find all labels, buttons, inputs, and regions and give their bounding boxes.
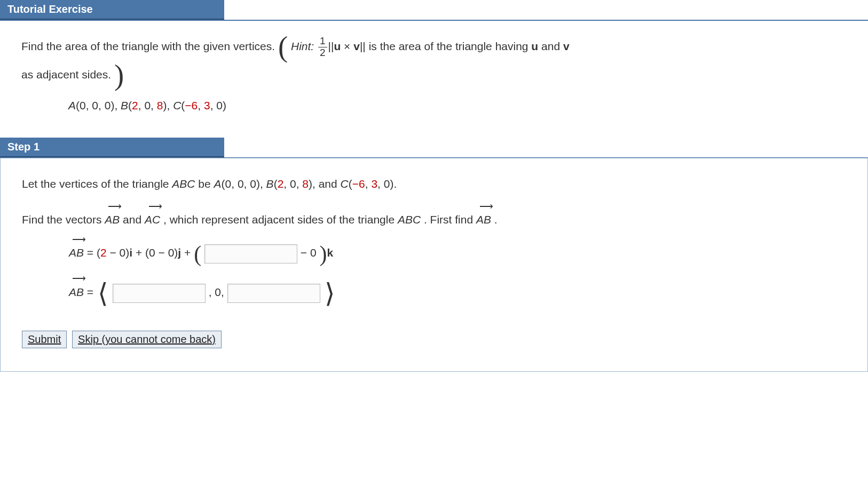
vertex-c-close: , 0) <box>210 99 226 111</box>
step1-header-label: Step 1 <box>7 141 40 153</box>
prompt-line2: as adjacent sides. ) <box>21 64 847 85</box>
norm-open: || <box>328 40 334 52</box>
s1l2-mid: , which represent adjacent sides of the … <box>163 213 398 226</box>
eq1-i-rest: − 0) <box>107 246 130 259</box>
vertex-b-mid: , 0, <box>138 99 157 111</box>
problem-block: Find the area of the triangle with the g… <box>0 21 868 138</box>
equation-1: ⟶AB = (2 − 0)i + (0 − 0)j + ( − 0 )k <box>22 242 846 263</box>
step1-line2: Find the vectors ⟶AB and ⟶AC , which rep… <box>22 209 846 230</box>
unit-k: k <box>327 246 333 259</box>
eq2-mid: , 0, <box>209 286 227 298</box>
s1-c-y: 3 <box>371 178 377 190</box>
s1-c-mid: , <box>365 178 372 190</box>
hint-post: is the area of the triangle having <box>369 40 532 52</box>
s1l2-post: . First find <box>424 213 476 226</box>
s1-b-mid: , 0, <box>283 178 302 190</box>
vec-ac-text: AC <box>145 213 160 226</box>
eq2-lhs: ⟶AB <box>69 282 84 303</box>
s1-b-label: B <box>266 178 274 190</box>
cross-symbol: × <box>341 40 353 52</box>
step1-box: Let the vertices of the triangle ABC be … <box>0 158 868 372</box>
eq1-k-tail: − 0 <box>301 246 317 259</box>
vertex-c-label: C <box>173 99 181 111</box>
arrow-icon: ⟶ <box>476 204 493 209</box>
vector-v: v <box>353 40 360 52</box>
s1-b-open: ( <box>274 178 278 190</box>
vec-ac: ⟶AC <box>145 209 160 230</box>
hint-label: Hint: <box>291 40 314 52</box>
skip-label: Skip (you cannot come back) <box>78 333 216 345</box>
skip-button[interactable]: Skip (you cannot come back) <box>72 331 222 348</box>
arrow-icon: ⟶ <box>69 237 85 242</box>
eq1-i-open: ( <box>97 246 100 259</box>
unit-j: j <box>178 246 181 259</box>
arrow-icon: ⟶ <box>69 276 85 281</box>
submit-label: Submit <box>28 333 61 345</box>
button-row: Submit Skip (you cannot come back) <box>22 329 846 350</box>
step1-content: Let the vertices of the triangle ABC be … <box>1 158 867 371</box>
s1-b-close: ), and <box>309 178 341 190</box>
eq1-eq: = <box>87 246 97 259</box>
vertex-a-label: A <box>68 99 76 111</box>
s1-c-label: C <box>341 178 349 190</box>
s1l2-and: and <box>123 213 145 226</box>
vertex-c-x: −6 <box>185 99 198 111</box>
answer-input-z-component[interactable] <box>227 284 320 303</box>
step1-header: Step 1 <box>0 138 224 157</box>
vertex-c-y: 3 <box>204 99 210 111</box>
vertices-line: A(0, 0, 0), B(2, 0, 8), C(−6, 3, 0) <box>21 95 847 116</box>
s1-c-open: ( <box>349 178 352 190</box>
arrow-icon: ⟶ <box>145 204 162 209</box>
s1-c-close: , 0). <box>377 178 397 190</box>
as-adjacent: as adjacent sides. <box>21 68 111 81</box>
eq1-i-x: 2 <box>100 246 107 259</box>
vertex-b-close: ), <box>163 99 173 111</box>
vertex-a-coords: (0, 0, 0), <box>76 99 121 111</box>
eq2-eq: = <box>87 286 97 298</box>
vector-u: u <box>334 40 341 52</box>
s1-pre: Let the vertices of the triangle <box>22 178 172 190</box>
eq1-lhs-text: AB <box>69 246 84 259</box>
s1-abc: ABC <box>172 178 195 190</box>
s1l2-pre: Find the vectors <box>22 213 105 226</box>
s1-a-coords: (0, 0, 0), <box>222 178 266 190</box>
vec-ab2: ⟶AB <box>476 209 491 230</box>
s1l2-abc: ABC <box>398 213 421 226</box>
submit-button[interactable]: Submit <box>22 331 67 348</box>
problem-prompt: Find the area of the triangle with the g… <box>21 36 847 59</box>
vec-ab-text: AB <box>105 213 120 226</box>
s1-a-full: A <box>214 178 222 190</box>
tutorial-header-row: Tutorial Exercise <box>0 0 868 21</box>
vertex-b-open: ( <box>128 99 132 111</box>
prompt-pre: Find the area of the triangle with the g… <box>21 40 278 52</box>
s1-b-x: 2 <box>278 178 284 190</box>
and-text: and <box>541 40 563 52</box>
s1l2-period: . <box>494 213 498 226</box>
tutorial-header: Tutorial Exercise <box>0 0 224 20</box>
frac-num: 1 <box>318 36 327 47</box>
vec-ab2-text: AB <box>476 213 491 226</box>
equation-2: ⟶AB = ⟨ , 0, ⟩ <box>22 282 846 303</box>
fraction-half: 1 2 <box>318 36 327 59</box>
vertex-b-x: 2 <box>132 99 138 111</box>
vector-u2: u <box>531 40 538 52</box>
norm-close: || <box>360 40 366 52</box>
vector-v2: v <box>563 40 570 52</box>
vertex-b-z: 8 <box>157 99 163 111</box>
answer-input-k-component[interactable] <box>204 244 297 263</box>
answer-input-x-component[interactable] <box>113 284 206 303</box>
eq1-plus2: + <box>184 246 194 259</box>
vertex-b-label: B <box>121 99 128 111</box>
s1-mid: be <box>198 178 214 190</box>
vec-ab: ⟶AB <box>105 209 120 230</box>
s1-b-z: 8 <box>302 178 309 190</box>
arrow-icon: ⟶ <box>105 204 121 209</box>
frac-den: 2 <box>318 47 327 59</box>
step1-header-row: Step 1 <box>0 138 868 158</box>
vertex-c-mid: , <box>198 99 204 111</box>
eq2-lhs-text: AB <box>69 286 84 298</box>
eq1-lhs: ⟶AB <box>69 242 84 263</box>
unit-i: i <box>129 246 132 259</box>
eq1-plus1: + (0 − 0) <box>136 246 178 259</box>
tutorial-header-label: Tutorial Exercise <box>7 3 93 15</box>
